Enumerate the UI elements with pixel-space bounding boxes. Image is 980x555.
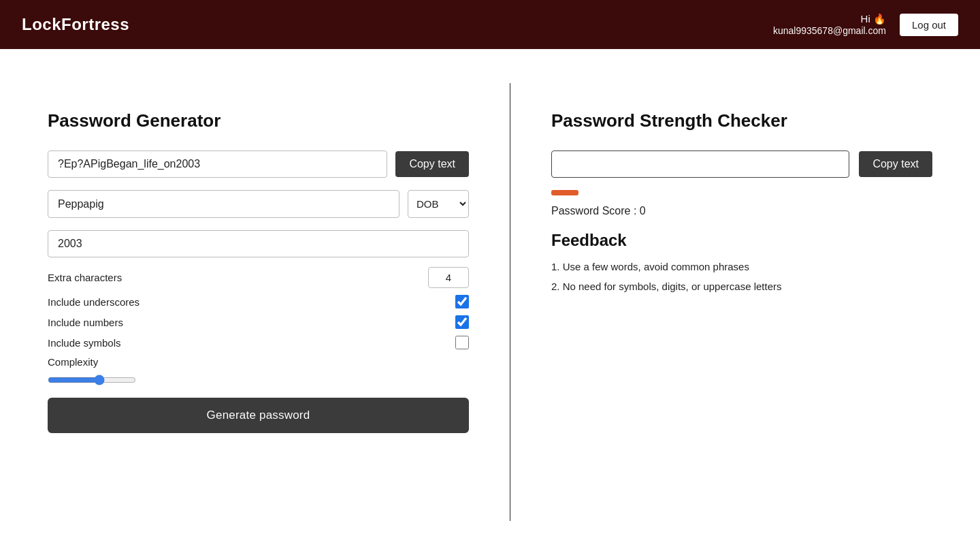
app-logo: LockFortress: [22, 15, 129, 34]
complexity-section: Complexity: [48, 356, 469, 398]
name-dob-row: DOB Month Year: [48, 190, 469, 218]
include-underscores-label: Include underscores: [48, 296, 140, 308]
copy-password-button[interactable]: Copy text: [395, 151, 469, 177]
main-content: Password Generator Copy text DOB Month Y…: [48, 49, 932, 555]
extra-chars-row: Extra characters: [48, 267, 469, 288]
generated-password-input[interactable]: [48, 150, 387, 178]
include-symbols-row: Include symbols: [48, 336, 469, 349]
generated-password-row: Copy text: [48, 150, 469, 178]
year-input[interactable]: [48, 230, 469, 257]
extra-chars-label: Extra characters: [48, 272, 122, 283]
include-symbols-label: Include symbols: [48, 337, 121, 349]
feedback-title: Feedback: [551, 231, 932, 250]
complexity-label: Complexity: [48, 356, 469, 368]
logout-button[interactable]: Log out: [900, 14, 958, 36]
generate-password-button[interactable]: Generate password: [48, 398, 469, 433]
header-right: Hi 🔥 kunal9935678@gmail.com Log out: [773, 13, 958, 36]
strength-input-row: Copy text: [551, 150, 932, 178]
include-underscores-row: Include underscores: [48, 295, 469, 308]
user-email: kunal9935678@gmail.com: [773, 25, 886, 36]
password-score: Password Score : 0: [551, 205, 932, 217]
dob-select[interactable]: DOB Month Year: [408, 190, 469, 218]
include-symbols-checkbox[interactable]: [455, 336, 469, 349]
feedback-item-1: 1. Use a few words, avoid common phrases: [551, 261, 932, 272]
user-info: Hi 🔥 kunal9935678@gmail.com: [773, 13, 886, 36]
copy-strength-button[interactable]: Copy text: [859, 151, 932, 177]
generator-title: Password Generator: [48, 110, 469, 131]
strength-password-input[interactable]: [551, 150, 849, 178]
feedback-item-2: 2. No need for symbols, digits, or upper…: [551, 281, 932, 292]
strength-bar-container: [551, 190, 932, 195]
include-underscores-checkbox[interactable]: [455, 295, 469, 308]
include-numbers-checkbox[interactable]: [455, 315, 469, 329]
strength-checker-title: Password Strength Checker: [551, 110, 932, 131]
complexity-slider[interactable]: [48, 375, 136, 385]
password-strength-panel: Password Strength Checker Copy text Pass…: [510, 83, 932, 521]
password-generator-panel: Password Generator Copy text DOB Month Y…: [48, 83, 510, 521]
strength-bar: [551, 190, 578, 195]
extra-chars-input[interactable]: [428, 267, 469, 288]
name-input[interactable]: [48, 190, 399, 218]
greeting-line: Hi 🔥: [773, 13, 886, 25]
include-numbers-row: Include numbers: [48, 315, 469, 329]
include-numbers-label: Include numbers: [48, 317, 123, 328]
feedback-list: 1. Use a few words, avoid common phrases…: [551, 261, 932, 292]
app-header: LockFortress Hi 🔥 kunal9935678@gmail.com…: [0, 0, 980, 49]
